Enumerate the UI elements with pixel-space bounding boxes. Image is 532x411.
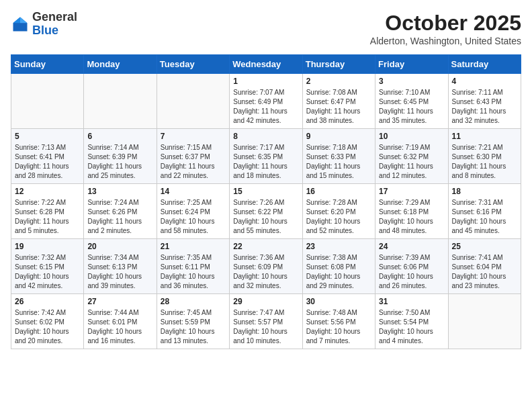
day-info: Sunrise: 7:26 AM Sunset: 6:22 PM Dayligh…: [233, 198, 298, 236]
day-info: Sunrise: 7:45 AM Sunset: 5:59 PM Dayligh…: [161, 308, 226, 346]
day-info: Sunrise: 7:19 AM Sunset: 6:32 PM Dayligh…: [379, 143, 444, 181]
day-cell: 20Sunrise: 7:34 AM Sunset: 6:13 PM Dayli…: [84, 239, 157, 294]
day-info: Sunrise: 7:15 AM Sunset: 6:37 PM Dayligh…: [161, 143, 226, 181]
week-row-4: 19Sunrise: 7:32 AM Sunset: 6:15 PM Dayli…: [11, 239, 521, 294]
day-cell: 4Sunrise: 7:11 AM Sunset: 6:43 PM Daylig…: [448, 74, 521, 129]
day-cell: 24Sunrise: 7:39 AM Sunset: 6:06 PM Dayli…: [375, 239, 448, 294]
day-cell: 9Sunrise: 7:18 AM Sunset: 6:33 PM Daylig…: [302, 129, 375, 184]
day-info: Sunrise: 7:17 AM Sunset: 6:35 PM Dayligh…: [233, 143, 298, 181]
day-number: 3: [379, 77, 444, 86]
day-number: 1: [233, 77, 298, 86]
day-info: Sunrise: 7:41 AM Sunset: 6:04 PM Dayligh…: [452, 253, 517, 291]
day-cell: 12Sunrise: 7:22 AM Sunset: 6:28 PM Dayli…: [11, 184, 84, 239]
day-info: Sunrise: 7:29 AM Sunset: 6:18 PM Dayligh…: [379, 198, 444, 236]
day-info: Sunrise: 7:47 AM Sunset: 5:57 PM Dayligh…: [233, 308, 298, 346]
day-cell: [11, 74, 84, 129]
day-number: 12: [15, 187, 80, 196]
day-cell: 19Sunrise: 7:32 AM Sunset: 6:15 PM Dayli…: [11, 239, 84, 294]
day-info: Sunrise: 7:42 AM Sunset: 6:02 PM Dayligh…: [15, 308, 80, 346]
day-number: 17: [379, 187, 444, 196]
day-cell: 28Sunrise: 7:45 AM Sunset: 5:59 PM Dayli…: [157, 294, 229, 349]
day-cell: 5Sunrise: 7:13 AM Sunset: 6:41 PM Daylig…: [11, 129, 84, 184]
weekday-header-friday: Friday: [375, 55, 448, 74]
day-info: Sunrise: 7:22 AM Sunset: 6:28 PM Dayligh…: [15, 198, 80, 236]
logo: General Blue: [11, 11, 77, 38]
day-number: 10: [379, 132, 444, 141]
day-cell: 22Sunrise: 7:36 AM Sunset: 6:09 PM Dayli…: [230, 239, 302, 294]
day-number: 19: [15, 242, 80, 251]
page-header: General Blue October 2025 Alderton, Wash…: [11, 11, 521, 46]
day-info: Sunrise: 7:11 AM Sunset: 6:43 PM Dayligh…: [452, 88, 517, 126]
day-info: Sunrise: 7:32 AM Sunset: 6:15 PM Dayligh…: [15, 253, 80, 291]
weekday-header-saturday: Saturday: [448, 55, 521, 74]
location: Alderton, Washington, United States: [370, 36, 521, 46]
day-cell: 1Sunrise: 7:07 AM Sunset: 6:49 PM Daylig…: [230, 74, 302, 129]
day-info: Sunrise: 7:24 AM Sunset: 6:26 PM Dayligh…: [87, 198, 152, 236]
day-info: Sunrise: 7:14 AM Sunset: 6:39 PM Dayligh…: [87, 143, 152, 181]
day-cell: 13Sunrise: 7:24 AM Sunset: 6:26 PM Dayli…: [84, 184, 157, 239]
day-cell: 30Sunrise: 7:48 AM Sunset: 5:56 PM Dayli…: [302, 294, 375, 349]
month-title: October 2025: [370, 11, 521, 36]
day-info: Sunrise: 7:35 AM Sunset: 6:11 PM Dayligh…: [161, 253, 226, 291]
day-info: Sunrise: 7:13 AM Sunset: 6:41 PM Dayligh…: [15, 143, 80, 181]
day-info: Sunrise: 7:31 AM Sunset: 6:16 PM Dayligh…: [452, 198, 517, 236]
day-info: Sunrise: 7:50 AM Sunset: 5:54 PM Dayligh…: [379, 308, 444, 346]
day-number: 21: [161, 242, 226, 251]
day-cell: [448, 294, 521, 349]
day-cell: 17Sunrise: 7:29 AM Sunset: 6:18 PM Dayli…: [375, 184, 448, 239]
day-cell: 25Sunrise: 7:41 AM Sunset: 6:04 PM Dayli…: [448, 239, 521, 294]
day-number: 22: [233, 242, 298, 251]
day-cell: [84, 74, 157, 129]
week-row-1: 1Sunrise: 7:07 AM Sunset: 6:49 PM Daylig…: [11, 74, 521, 129]
day-number: 11: [452, 132, 517, 141]
day-number: 29: [233, 297, 298, 306]
day-number: 30: [306, 297, 371, 306]
svg-marker-1: [20, 17, 28, 23]
svg-marker-2: [13, 17, 21, 23]
logo-icon: [11, 15, 30, 34]
weekday-header-tuesday: Tuesday: [157, 55, 229, 74]
day-number: 9: [306, 132, 371, 141]
day-cell: 31Sunrise: 7:50 AM Sunset: 5:54 PM Dayli…: [375, 294, 448, 349]
logo-text: General Blue: [32, 11, 77, 38]
day-number: 8: [233, 132, 298, 141]
day-number: 27: [87, 297, 152, 306]
day-number: 26: [15, 297, 80, 306]
day-info: Sunrise: 7:08 AM Sunset: 6:47 PM Dayligh…: [306, 88, 371, 126]
day-cell: 16Sunrise: 7:28 AM Sunset: 6:20 PM Dayli…: [302, 184, 375, 239]
weekday-header-sunday: Sunday: [11, 55, 84, 74]
day-cell: 18Sunrise: 7:31 AM Sunset: 6:16 PM Dayli…: [448, 184, 521, 239]
day-number: 6: [87, 132, 152, 141]
day-cell: 3Sunrise: 7:10 AM Sunset: 6:45 PM Daylig…: [375, 74, 448, 129]
logo-blue: Blue: [32, 24, 58, 37]
weekday-header-thursday: Thursday: [302, 55, 375, 74]
title-block: October 2025 Alderton, Washington, Unite…: [370, 11, 521, 46]
day-info: Sunrise: 7:44 AM Sunset: 6:01 PM Dayligh…: [87, 308, 152, 346]
day-info: Sunrise: 7:48 AM Sunset: 5:56 PM Dayligh…: [306, 308, 371, 346]
day-cell: 26Sunrise: 7:42 AM Sunset: 6:02 PM Dayli…: [11, 294, 84, 349]
day-number: 24: [379, 242, 444, 251]
weekday-header-wednesday: Wednesday: [230, 55, 302, 74]
day-info: Sunrise: 7:28 AM Sunset: 6:20 PM Dayligh…: [306, 198, 371, 236]
day-cell: 21Sunrise: 7:35 AM Sunset: 6:11 PM Dayli…: [157, 239, 229, 294]
day-number: 18: [452, 187, 517, 196]
day-info: Sunrise: 7:34 AM Sunset: 6:13 PM Dayligh…: [87, 253, 152, 291]
day-cell: 11Sunrise: 7:21 AM Sunset: 6:30 PM Dayli…: [448, 129, 521, 184]
calendar: SundayMondayTuesdayWednesdayThursdayFrid…: [11, 54, 521, 349]
day-number: 5: [15, 132, 80, 141]
logo-general: General: [32, 10, 77, 24]
day-cell: 7Sunrise: 7:15 AM Sunset: 6:37 PM Daylig…: [157, 129, 229, 184]
day-cell: 10Sunrise: 7:19 AM Sunset: 6:32 PM Dayli…: [375, 129, 448, 184]
day-info: Sunrise: 7:10 AM Sunset: 6:45 PM Dayligh…: [379, 88, 444, 126]
day-number: 20: [87, 242, 152, 251]
day-info: Sunrise: 7:39 AM Sunset: 6:06 PM Dayligh…: [379, 253, 444, 291]
weekday-header-monday: Monday: [84, 55, 157, 74]
day-number: 4: [452, 77, 517, 86]
day-cell: 2Sunrise: 7:08 AM Sunset: 6:47 PM Daylig…: [302, 74, 375, 129]
day-info: Sunrise: 7:38 AM Sunset: 6:08 PM Dayligh…: [306, 253, 371, 291]
day-cell: 6Sunrise: 7:14 AM Sunset: 6:39 PM Daylig…: [84, 129, 157, 184]
day-info: Sunrise: 7:18 AM Sunset: 6:33 PM Dayligh…: [306, 143, 371, 181]
day-cell: 27Sunrise: 7:44 AM Sunset: 6:01 PM Dayli…: [84, 294, 157, 349]
week-row-5: 26Sunrise: 7:42 AM Sunset: 6:02 PM Dayli…: [11, 294, 521, 349]
weekday-header-row: SundayMondayTuesdayWednesdayThursdayFrid…: [11, 55, 521, 74]
